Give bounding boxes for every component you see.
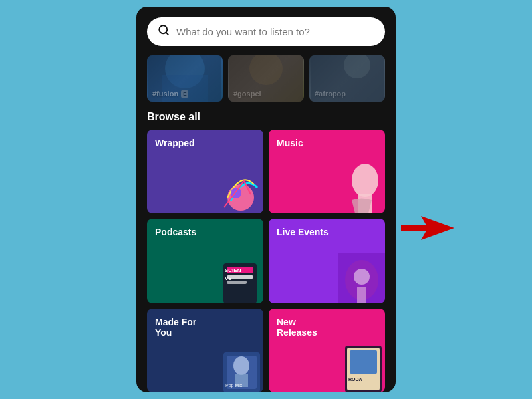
made-for-you-decoration: Pop Mix xyxy=(220,346,263,392)
music-label: Music xyxy=(277,138,303,149)
svg-text:Pop Mix: Pop Mix xyxy=(225,383,243,388)
live-events-label: Live Events xyxy=(277,227,329,238)
new-releases-decoration: RODA xyxy=(342,342,385,392)
wrapped-decoration xyxy=(211,161,261,211)
podcasts-decoration: SCIEN VS xyxy=(217,253,263,303)
svg-text:SCIEN: SCIEN xyxy=(225,267,241,273)
search-input[interactable] xyxy=(176,26,374,37)
category-card-wrapped[interactable]: Wrapped xyxy=(147,130,263,213)
svg-point-21 xyxy=(354,269,370,285)
svg-text:VS: VS xyxy=(225,275,232,281)
svg-point-11 xyxy=(352,164,378,197)
music-decoration xyxy=(338,160,385,213)
genre-card-afropop[interactable]: #afropop xyxy=(309,55,385,102)
category-card-podcasts[interactable]: Podcasts SCIEN VS xyxy=(147,219,263,303)
svg-rect-4 xyxy=(162,75,208,102)
browse-all-title: Browse all xyxy=(147,111,385,123)
svg-rect-30 xyxy=(350,350,377,374)
svg-text:RODA: RODA xyxy=(348,377,362,382)
category-card-new-releases[interactable]: New Releases RODA xyxy=(269,309,385,392)
genre-card-gospel[interactable]: #gospel xyxy=(228,55,304,102)
live-events-decoration xyxy=(338,253,385,303)
category-card-music[interactable]: Music xyxy=(269,130,385,213)
phone-screen: #fusion E #gospel #afropop Browse all Wr… xyxy=(136,7,396,392)
category-grid: Wrapped Music xyxy=(147,130,385,392)
search-icon xyxy=(158,24,170,39)
podcasts-label: Podcasts xyxy=(155,227,196,238)
category-card-live-events[interactable]: Live Events xyxy=(269,219,385,303)
svg-line-1 xyxy=(166,32,168,34)
svg-rect-22 xyxy=(357,287,366,303)
top-genre-cards: #fusion E #gospel #afropop xyxy=(147,55,385,102)
arrow-annotation xyxy=(401,216,454,243)
svg-point-25 xyxy=(233,356,249,375)
wrapped-label: Wrapped xyxy=(155,138,195,149)
genre-card-fusion[interactable]: #fusion E xyxy=(147,55,223,102)
made-for-you-label: Made For You xyxy=(155,317,210,339)
svg-marker-32 xyxy=(401,216,454,240)
category-card-made-for-you[interactable]: Made For You Pop Mix xyxy=(147,309,263,392)
search-bar[interactable] xyxy=(147,17,385,46)
new-releases-label: New Releases xyxy=(277,317,332,339)
